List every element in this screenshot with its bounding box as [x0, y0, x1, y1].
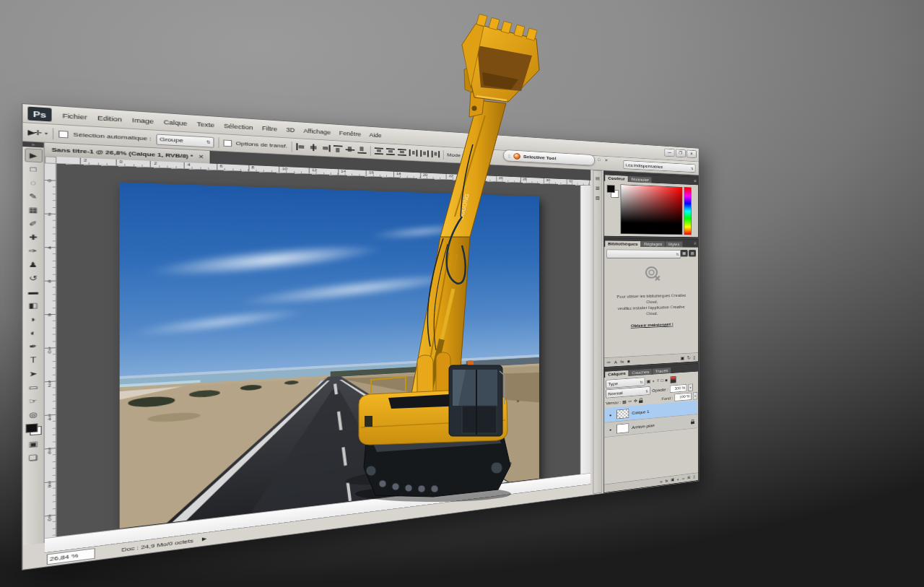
- panel-color-swatches[interactable]: [607, 185, 619, 199]
- pen-tool[interactable]: ✒: [25, 339, 43, 354]
- drag-grip-icon[interactable]: ⣿: [507, 154, 511, 158]
- dock-panel-3[interactable]: ▧: [594, 195, 601, 201]
- distribute-icon[interactable]: [398, 149, 406, 156]
- align-icon[interactable]: [296, 143, 305, 150]
- distribute-icon[interactable]: [420, 150, 429, 157]
- panel-menu-icon[interactable]: ≡: [694, 241, 697, 245]
- panel-tab[interactable]: Styles: [666, 241, 682, 247]
- menu-item[interactable]: Aide: [369, 131, 381, 139]
- filter-toggle[interactable]: [671, 376, 676, 383]
- opacity-arrow-icon[interactable]: ▾: [688, 383, 692, 391]
- filter-smart-icon[interactable]: ■: [665, 378, 668, 383]
- distribute-icon[interactable]: [375, 147, 383, 155]
- visibility-eye-icon[interactable]: ●: [607, 412, 614, 417]
- adjustment-layer-icon[interactable]: ◐: [677, 477, 679, 481]
- grid-icon[interactable]: ▣: [681, 355, 684, 360]
- layer-group-icon[interactable]: ▱: [682, 477, 685, 481]
- minimize-button[interactable]: —: [664, 149, 674, 157]
- auto-select-checkbox[interactable]: [58, 130, 69, 138]
- transform-options-checkbox[interactable]: [223, 139, 232, 147]
- toolbox-grip[interactable]: »: [22, 142, 43, 147]
- align-icon[interactable]: [346, 146, 354, 153]
- text-icon[interactable]: A: [614, 360, 617, 365]
- tool-preset-chevron-icon[interactable]: ▾: [45, 131, 48, 136]
- menu-item[interactable]: 3D: [286, 126, 295, 134]
- menu-item[interactable]: Image: [132, 116, 154, 124]
- menu-item[interactable]: Sélection: [224, 122, 253, 131]
- marquee-tool[interactable]: □: [25, 162, 43, 176]
- link-layers-icon[interactable]: ∞: [660, 479, 663, 484]
- align-icon[interactable]: [309, 144, 318, 151]
- lasso-tool[interactable]: ◌: [25, 175, 43, 190]
- quick-selection-tool[interactable]: ✎: [25, 189, 43, 204]
- fx-icon[interactable]: fx: [621, 359, 624, 364]
- distribute-icon[interactable]: [409, 149, 418, 157]
- fill-field[interactable]: 100 %: [674, 393, 691, 401]
- panel-tab[interactable]: Nuancier: [629, 176, 652, 183]
- quick-mask-button[interactable]: ▣: [25, 437, 43, 452]
- dodge-tool[interactable]: ◐: [25, 326, 43, 340]
- zoom-tool[interactable]: ◎: [25, 407, 43, 422]
- shape-tool[interactable]: ▭: [25, 381, 43, 395]
- path-selection-tool[interactable]: ➤: [25, 367, 43, 381]
- type-tool[interactable]: T: [25, 353, 43, 368]
- opacity-field[interactable]: 100 %: [670, 384, 687, 393]
- 3d-camera-icon[interactable]: [484, 155, 490, 159]
- trash-icon[interactable]: ▯: [693, 355, 695, 360]
- filter-adjust-icon[interactable]: ◐: [653, 378, 655, 383]
- menu-item[interactable]: Affichage: [303, 127, 331, 135]
- selective-tool-buttons[interactable]: □ ✕: [598, 157, 610, 162]
- get-now-link[interactable]: Obtenir maintenant !: [604, 321, 698, 330]
- crop-tool[interactable]: ▦: [25, 203, 43, 217]
- clone-stamp-tool[interactable]: ♟: [25, 258, 43, 271]
- align-icon[interactable]: [334, 145, 343, 152]
- eyedropper-tool[interactable]: ✐: [25, 217, 43, 230]
- brush-icon[interactable]: ✑: [607, 360, 611, 365]
- color-field[interactable]: [621, 184, 683, 235]
- lock-position-icon[interactable]: ✜: [634, 399, 637, 404]
- foreground-color-swatch[interactable]: [25, 423, 38, 432]
- hand-tool[interactable]: ☞: [25, 393, 43, 408]
- menu-item[interactable]: Fenêtre: [339, 129, 361, 136]
- swatch-icon[interactable]: ■: [627, 359, 630, 364]
- workspace-dropdown[interactable]: Les indispensables⇅: [623, 160, 695, 173]
- move-tool[interactable]: ▶: [25, 148, 43, 162]
- color-swatches[interactable]: [25, 423, 41, 436]
- menu-item[interactable]: Texte: [197, 121, 214, 129]
- lock-pixels-icon[interactable]: ✑: [628, 399, 632, 404]
- dock-panel-2[interactable]: ▥: [594, 185, 601, 191]
- panel-tab[interactable]: Réglages: [641, 241, 665, 247]
- canvas-area[interactable]: [56, 164, 580, 536]
- panel-tab[interactable]: Tracés: [653, 368, 671, 375]
- 3d-move-icon[interactable]: ✜: [475, 153, 480, 159]
- filter-type-icon[interactable]: T: [657, 378, 660, 383]
- blur-tool[interactable]: ◗: [25, 312, 43, 326]
- status-menu-arrow-icon[interactable]: ▶: [202, 536, 206, 542]
- menu-item[interactable]: Filtre: [262, 125, 277, 132]
- gradient-tool[interactable]: ◧: [25, 299, 43, 313]
- panel-tab[interactable]: Bibliothèques: [605, 240, 640, 247]
- eraser-tool[interactable]: ▬: [25, 285, 43, 299]
- fill-arrow-icon[interactable]: ▾: [693, 392, 697, 400]
- healing-brush-tool[interactable]: ✚: [25, 230, 43, 244]
- screen-mode-button[interactable]: ❏: [25, 451, 43, 466]
- menu-item[interactable]: Fichier: [62, 112, 87, 121]
- panel-menu-icon[interactable]: ≡: [694, 179, 697, 184]
- align-icon[interactable]: [321, 144, 331, 152]
- close-button[interactable]: ✕: [687, 150, 697, 159]
- view-toggle-button[interactable]: ▦: [680, 250, 687, 256]
- panel-tab[interactable]: Couches: [629, 369, 652, 376]
- restore-button[interactable]: ❐: [676, 149, 686, 158]
- photo-layer[interactable]: [120, 183, 539, 529]
- layer-fx-icon[interactable]: fx: [666, 479, 668, 483]
- menu-item[interactable]: Edition: [97, 114, 122, 123]
- layer-mask-icon[interactable]: ▣: [671, 477, 674, 482]
- distribute-icon[interactable]: [386, 148, 395, 155]
- delete-layer-icon[interactable]: ▯: [693, 475, 695, 479]
- menu-item[interactable]: Calque: [164, 118, 188, 126]
- history-brush-tool[interactable]: ↺: [25, 271, 43, 285]
- lock-transparent-icon[interactable]: ▩: [622, 399, 627, 404]
- brush-tool[interactable]: ✑: [25, 244, 43, 258]
- visibility-eye-icon[interactable]: ●: [607, 427, 614, 432]
- lock-all-icon[interactable]: [639, 400, 642, 403]
